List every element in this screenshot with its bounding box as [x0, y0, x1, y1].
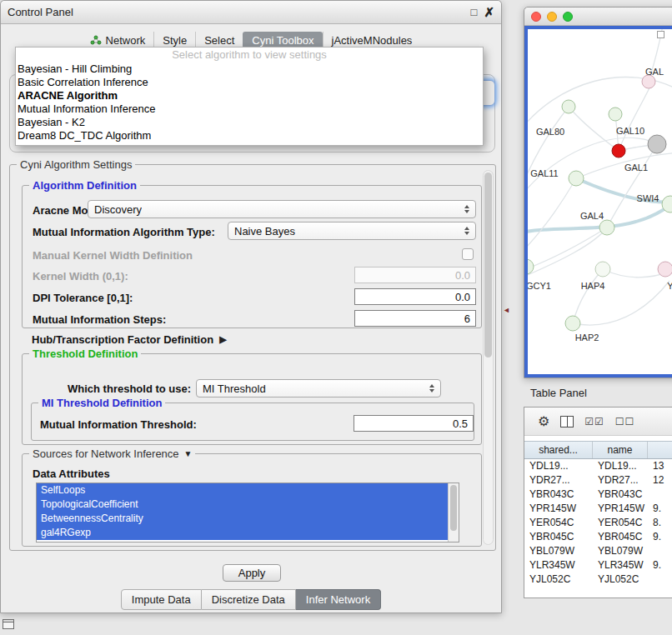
table-cell: YER054C: [593, 516, 648, 530]
table-cell: 12: [648, 473, 672, 488]
node-gal4[interactable]: [599, 220, 614, 235]
settings-scrollbar[interactable]: [483, 170, 494, 545]
algorithm-definition-group: Algorithm Definition Aracne Mode: Discov…: [22, 185, 482, 328]
table-cell: YLR345W: [524, 558, 593, 572]
table-row[interactable]: YPR145WYPR145W9.: [524, 502, 672, 516]
zoom-traffic-light-icon[interactable]: [563, 12, 573, 22]
table-row[interactable]: YBR045CYBR045C9.: [524, 530, 672, 544]
minimize-traffic-light-icon[interactable]: [547, 12, 557, 22]
column-header-name[interactable]: name: [593, 442, 648, 458]
network-edge: [573, 269, 603, 323]
birdseye-toggle[interactable]: [657, 31, 664, 38]
table-cell: YDL19...: [593, 459, 648, 473]
node-pink-right[interactable]: [658, 262, 672, 277]
node-label: HAP4: [581, 281, 605, 291]
attribute-item-selected[interactable]: gal4RGexp: [37, 526, 448, 540]
table-row[interactable]: YDL19...YDL19...13: [524, 459, 672, 473]
attributes-scrollbar[interactable]: [448, 483, 459, 542]
mi-algorithm-type-value: Naive Bayes: [234, 225, 295, 238]
table-row[interactable]: YDR27...YDR27...12: [524, 473, 672, 488]
node-green-2[interactable]: [609, 108, 622, 121]
mi-steps-input[interactable]: [354, 310, 476, 327]
column-header-shared-name[interactable]: shared...: [524, 442, 593, 458]
node-label: GCY1: [528, 281, 551, 291]
combo-arrows-icon: [464, 227, 469, 235]
attributes-scrollbar-thumb[interactable]: [450, 485, 457, 531]
table-cell: YLR345W: [593, 558, 648, 572]
close-traffic-light-icon[interactable]: [531, 12, 541, 22]
tab-select-label: Select: [204, 34, 234, 47]
table-panel-title: Table Panel: [524, 382, 672, 405]
tab-discretize-data[interactable]: Discretize Data: [202, 589, 296, 610]
algorithm-option[interactable]: Dream8 DC_TDC Algorithm: [16, 129, 483, 142]
table-toolbar: ⚙ ☑☑ ☐☐: [524, 408, 672, 436]
sources-group: Sources for Network Inference ▼ Data Att…: [22, 453, 482, 547]
network-edge: [607, 144, 657, 228]
node-gcy1[interactable]: [528, 259, 534, 274]
attribute-item-selected[interactable]: BetweennessCentrality: [37, 512, 448, 526]
mi-threshold-input[interactable]: [354, 415, 474, 432]
attribute-item-selected[interactable]: SelfLoops: [37, 483, 448, 498]
table-row[interactable]: YBR043CYBR043C: [524, 488, 672, 502]
manual-kernel-width-label: Manual Kernel Width Definition: [33, 249, 193, 262]
tab-impute-data[interactable]: Impute Data: [121, 589, 202, 610]
algorithm-option[interactable]: Bayesian - K2: [16, 116, 483, 129]
network-window-titlebar[interactable]: [524, 8, 672, 26]
select-all-icon[interactable]: ☑☑: [584, 416, 604, 428]
node-hap2[interactable]: [565, 316, 580, 331]
node-green-1[interactable]: [562, 100, 575, 113]
bottom-tab-bar: Impute Data Discretize Data Infer Networ…: [1, 589, 501, 610]
node-label: GAL1: [624, 162, 648, 172]
table-cell: [648, 544, 672, 558]
table-row[interactable]: YBL079WYBL079W: [524, 544, 672, 558]
node-pink-top[interactable]: [642, 75, 655, 88]
column-header-extra[interactable]: [648, 442, 672, 458]
aracne-mode-select[interactable]: Discovery: [88, 200, 476, 218]
algorithm-option[interactable]: Mutual Information Inference: [16, 102, 483, 116]
table-cell: YJL052C: [593, 572, 648, 587]
kernel-width-input[interactable]: [354, 267, 476, 283]
table-cell: YDR27...: [593, 473, 648, 488]
table-row[interactable]: YLR345WYLR345W9.: [524, 558, 672, 572]
deselect-all-icon[interactable]: ☐☐: [615, 416, 635, 428]
node-gal11[interactable]: [569, 171, 584, 186]
node-gal10[interactable]: [612, 144, 625, 158]
which-threshold-select[interactable]: MI Threshold: [196, 379, 441, 398]
splitter-collapse-icon[interactable]: ◄: [503, 306, 510, 314]
sources-title-label: Sources for Network Inference: [33, 448, 179, 460]
algorithm-option[interactable]: Basic Correlation Inference: [16, 76, 483, 89]
sources-group-title[interactable]: Sources for Network Inference ▼: [29, 448, 195, 460]
close-window-icon[interactable]: ✗: [484, 5, 494, 20]
manual-kernel-width-checkbox[interactable]: [462, 248, 474, 260]
algorithm-option-selected[interactable]: ARACNE Algorithm: [16, 89, 483, 102]
columns-icon[interactable]: [560, 416, 574, 428]
tab-network-label: Network: [106, 34, 146, 47]
table-row[interactable]: YER054CYER054C8.: [524, 516, 672, 530]
node-hap4[interactable]: [595, 262, 610, 277]
node-label: Y: [667, 281, 672, 291]
network-tab-icon: [90, 35, 102, 45]
network-canvas[interactable]: GALGAL80GAL10GAL11GAL1SWI4GAL4GCY1HAP4YH…: [524, 26, 672, 378]
gear-icon[interactable]: ⚙: [538, 413, 549, 429]
node-gray[interactable]: [648, 135, 666, 153]
minimized-panel-icon[interactable]: [3, 619, 14, 629]
attribute-item-selected[interactable]: TopologicalCoefficient: [37, 498, 448, 512]
algorithm-option[interactable]: Bayesian - Hill Climbing: [16, 62, 483, 76]
mi-steps-label: Mutual Information Steps:: [33, 313, 166, 326]
threshold-definition-title: Threshold Definition: [29, 348, 141, 360]
apply-button[interactable]: Apply: [223, 564, 281, 582]
data-attributes-list[interactable]: SelfLoops TopologicalCoefficient Between…: [36, 482, 459, 542]
mi-threshold-label: Mutual Information Threshold:: [40, 418, 197, 431]
hub-definition-toggle[interactable]: Hub/Transcription Factor Definition ▶: [32, 333, 227, 346]
tab-infer-network[interactable]: Infer Network: [296, 589, 381, 610]
dpi-tolerance-input[interactable]: [354, 288, 476, 305]
float-window-icon[interactable]: □: [471, 6, 478, 18]
table-row[interactable]: YJL052CYJL052C: [524, 572, 672, 587]
algorithm-definition-title: Algorithm Definition: [29, 179, 140, 192]
window-title: Control Panel: [8, 6, 73, 18]
network-edge: [528, 178, 576, 252]
control-panel-titlebar[interactable]: Control Panel □ ✗: [1, 1, 501, 24]
mi-algorithm-type-select[interactable]: Naive Bayes: [228, 222, 476, 240]
dpi-tolerance-label: DPI Tolerance [0,1]:: [33, 292, 133, 304]
settings-scrollbar-thumb[interactable]: [484, 172, 492, 358]
